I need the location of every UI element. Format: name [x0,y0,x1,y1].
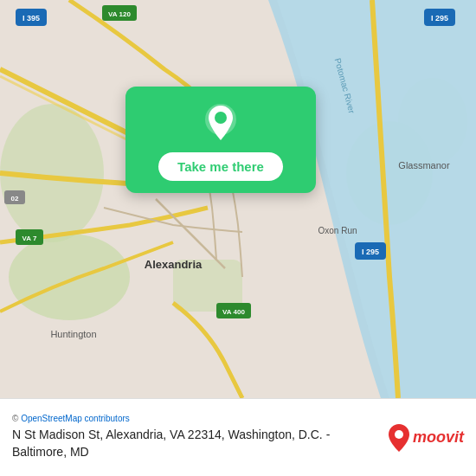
svg-text:02: 02 [11,195,19,203]
moovit-pin-icon [387,422,411,453]
svg-text:Oxon Run: Oxon Run [318,226,357,235]
location-card: Take me there [125,87,316,193]
copyright-symbol: © [12,414,18,423]
address-text: N St Madison St, Alexandria, VA 22314, W… [12,427,378,460]
svg-text:I 395: I 395 [23,14,40,23]
svg-text:I 295: I 295 [431,14,448,23]
svg-text:I 295: I 295 [362,248,379,256]
svg-point-29 [395,430,403,439]
map-container: I 395 VA 120 I 295 US 1 VA 7 VA 400 I 29… [0,0,476,398]
moovit-brand-text: moovit [413,428,464,447]
svg-point-28 [215,112,227,124]
address-section: © OpenStreetMap contributors N St Madiso… [12,414,378,460]
openstreetmap-link[interactable]: OpenStreetMap contributors [21,414,130,423]
svg-text:Glassmanor: Glassmanor [398,160,450,170]
take-me-there-button[interactable]: Take me there [158,152,283,181]
moovit-logo: moovit [387,422,464,453]
location-pin-icon [200,102,241,144]
map-svg: I 395 VA 120 I 295 US 1 VA 7 VA 400 I 29… [0,0,476,398]
svg-text:Alexandria: Alexandria [145,258,203,271]
osm-attribution: © OpenStreetMap contributors [12,414,378,423]
svg-text:VA 7: VA 7 [23,235,37,242]
svg-text:VA 400: VA 400 [222,308,245,316]
svg-text:Huntington: Huntington [50,329,96,339]
svg-text:VA 120: VA 120 [108,10,131,18]
svg-point-1 [9,234,130,320]
bottom-bar: © OpenStreetMap contributors N St Madiso… [0,398,476,476]
